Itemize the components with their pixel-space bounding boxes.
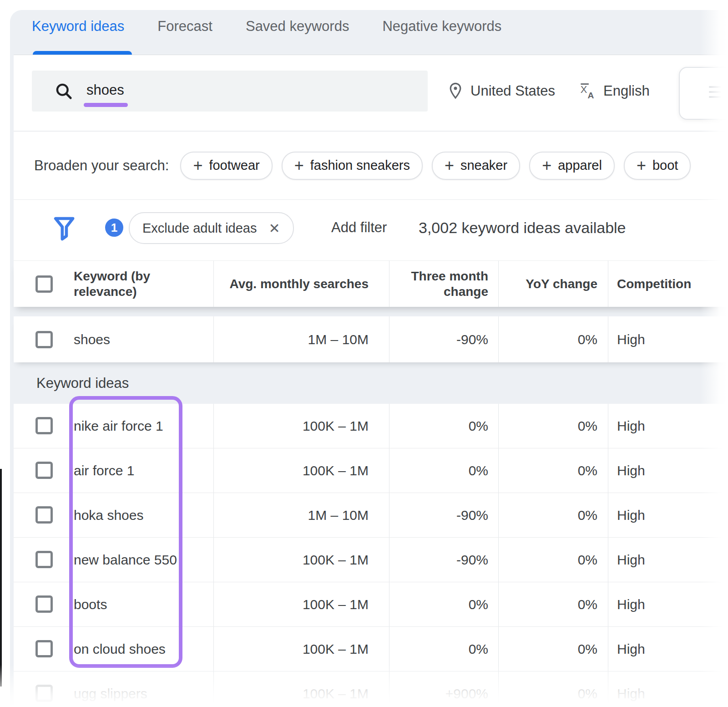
filter-bar: 1 Exclude adult ideas ✕ Add filter 3,002… [14,199,728,260]
tab-forecast[interactable]: Forecast [157,18,212,35]
keyword-cell: new balance 550 [74,538,206,582]
column-divider [213,316,214,362]
location-selector[interactable]: United States [446,71,555,112]
competition-cell: High [617,448,717,493]
column-divider [389,261,389,307]
header-yoy-change[interactable]: YoY change [498,261,597,307]
column-divider [213,261,214,307]
row-checkbox[interactable] [35,595,53,613]
competition-cell: High [617,627,717,671]
table-row: hoka shoes 1M – 10M -90% 0% High [14,493,728,538]
competition-cell: High [617,316,717,362]
three-month-change-cell: 0% [403,627,488,671]
yoy-change-cell: 0% [498,448,597,493]
active-filter-chip[interactable]: Exclude adult ideas ✕ [129,212,294,244]
results-summary: 3,002 keyword ideas available [419,200,626,255]
keyword-cell: nike air force 1 [74,404,206,448]
row-checkbox[interactable] [35,417,53,434]
keyword-ideas-table: nike air force 1 100K – 1M 0% 0% High ai… [14,404,728,707]
location-pin-icon [446,81,465,101]
filter-funnel-icon[interactable]: 1 [51,210,86,244]
column-divider [498,316,499,362]
header-keyword[interactable]: Keyword (by relevance) [74,261,169,307]
yoy-change-cell: 0% [498,316,597,362]
plus-icon: + [542,158,551,174]
avg-monthly-searches-cell: 100K – 1M [213,448,369,493]
translate-icon: XA [579,81,598,101]
broaden-chip-footwear[interactable]: +footwear [180,152,272,180]
column-divider [498,261,499,307]
row-checkbox[interactable] [35,331,53,348]
avg-monthly-searches-cell: 1M – 10M [213,316,369,362]
header-competition[interactable]: Competition [617,261,717,307]
row-checkbox[interactable] [35,685,53,702]
avg-monthly-searches-cell: 1M – 10M [213,493,369,537]
broaden-chip-fashion-sneakers[interactable]: +fashion sneakers [282,152,423,180]
competition-cell: High [617,538,717,582]
active-filter-label: Exclude adult ideas [142,221,257,236]
table-row: on cloud shoes 100K – 1M 0% 0% High [14,627,728,671]
broaden-chip-boot[interactable]: +boot [624,152,691,180]
yoy-change-cell: 0% [498,404,597,448]
avg-monthly-searches-cell: 100K – 1M [213,671,369,707]
three-month-change-cell: +900% [403,671,488,707]
broaden-chip-sneaker[interactable]: +sneaker [432,152,520,180]
tab-bar: Keyword ideas Forecast Saved keywords Ne… [32,18,501,35]
row-checkbox[interactable] [35,640,53,657]
three-month-change-cell: -90% [403,493,488,537]
remove-filter-icon[interactable]: ✕ [269,220,280,236]
three-month-change-cell: -90% [403,538,488,582]
search-settings-button[interactable] [679,67,728,120]
select-all-checkbox[interactable] [35,275,53,293]
plus-icon: + [637,158,646,174]
seed-keyword-row: shoes 1M – 10M -90% 0% High [14,316,728,362]
tab-keyword-ideas[interactable]: Keyword ideas [32,18,124,35]
header-three-month-change[interactable]: Three month change [403,261,488,307]
column-divider [389,316,389,362]
three-month-change-cell: -90% [403,316,488,362]
plus-icon: + [445,158,454,174]
keyword-cell: air force 1 [74,448,206,493]
table-row: nike air force 1 100K – 1M 0% 0% High [14,404,728,448]
table-row: ugg slippers 100K – 1M +900% 0% High [14,671,728,707]
three-month-change-cell: 0% [403,582,488,626]
row-checkbox[interactable] [35,551,53,568]
competition-cell: High [617,671,717,707]
table-row: air force 1 100K – 1M 0% 0% High [14,448,728,493]
keyword-planner-page: Keyword ideas Forecast Saved keywords Ne… [0,0,728,707]
plus-icon: + [294,158,304,174]
column-divider [608,261,608,307]
language-selector[interactable]: XA English [579,71,650,112]
row-checkbox[interactable] [35,462,53,479]
table-rows: nike air force 1 100K – 1M 0% 0% High ai… [14,404,728,707]
row-checkbox[interactable] [35,506,53,524]
avg-monthly-searches-cell: 100K – 1M [213,404,369,448]
keyword-ideas-section-label: Keyword ideas [36,362,129,404]
broaden-chip-apparel[interactable]: +apparel [529,152,615,180]
three-month-change-cell: 0% [403,448,488,493]
yoy-change-cell: 0% [498,538,597,582]
yoy-change-cell: 0% [498,582,597,626]
tab-negative-keywords[interactable]: Negative keywords [382,18,501,35]
competition-cell: High [617,582,717,626]
yoy-change-cell: 0% [498,493,597,537]
left-edge-artifact [0,469,2,687]
search-icon [54,81,74,101]
add-filter-button[interactable]: Add filter [331,200,387,255]
avg-monthly-searches-cell: 100K – 1M [213,538,369,582]
sliders-icon [709,86,721,101]
keyword-cell: hoka shoes [74,493,206,537]
keyword-cell: shoes [74,316,206,362]
language-value: English [603,83,650,99]
avg-monthly-searches-cell: 100K – 1M [213,627,369,671]
svg-text:A: A [588,91,594,100]
search-input[interactable]: shoes [32,71,428,112]
table-header-row: Keyword (by relevance) Avg. monthly sear… [14,260,728,307]
filter-count-badge: 1 [104,217,125,238]
tab-saved-keywords[interactable]: Saved keywords [246,18,349,35]
svg-text:X: X [581,84,587,95]
avg-monthly-searches-cell: 100K – 1M [213,582,369,626]
keyword-cell: boots [74,582,206,626]
header-avg-monthly-searches[interactable]: Avg. monthly searches [213,261,369,307]
three-month-change-cell: 0% [403,404,488,448]
